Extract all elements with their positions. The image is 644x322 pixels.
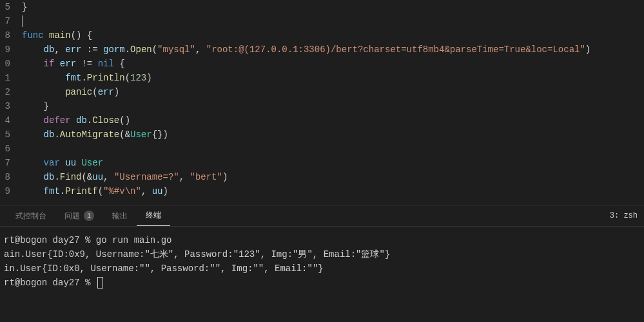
code-token: , [179,172,190,182]
terminal-line: in.User{ID:0x0, Username:"", Password:""… [4,261,640,276]
line-number: 5 [0,128,10,142]
code-token: defer [44,115,71,126]
code-token: err [98,87,114,97]
code-token [22,186,44,196]
problems-count-badge: 1 [84,211,94,221]
terminal-line: rt@bogon day27 % [4,276,640,290]
code-token: Find [60,172,82,182]
line-number: 3 [0,99,10,113]
code-token [22,44,44,55]
line-number: 7 [0,14,10,28]
tab-label: 终端 [146,210,161,221]
code-token: . [54,129,59,140]
code-token [60,158,65,168]
code-token: . [60,186,65,196]
tab-terminal[interactable]: 终端 [137,205,170,226]
code-token: gorm [103,44,125,55]
code-line[interactable]: func main() { [22,28,644,43]
code-content[interactable]: }func main() { db, err := gorm.Open("mys… [13,0,644,205]
terminal-output[interactable]: rt@bogon day27 % go run main.goain.User{… [0,227,644,322]
code-token: main [49,30,71,41]
code-line[interactable]: db.Find(&uu, "Username=?", "bert") [22,170,644,184]
code-token: func [22,30,44,41]
code-line[interactable]: var uu User [22,156,644,170]
code-token: 123 [130,73,146,83]
tab-debug-console[interactable]: 式控制台 [6,205,55,226]
code-line[interactable]: db.AutoMigrate(&User{}) [22,128,644,142]
code-token: db [44,129,55,140]
line-number: 9 [0,184,10,198]
code-token: ) [146,73,151,83]
code-token [22,158,44,168]
code-line[interactable]: panic(err) [22,85,644,99]
code-line[interactable]: fmt.Printf("%#v\n", uu) [22,184,644,198]
line-number: 1 [0,71,10,85]
code-line[interactable]: } [22,99,644,113]
code-token: ( [92,87,97,97]
code-token [22,87,65,97]
tab-label: 输出 [112,211,128,222]
code-token [71,115,76,126]
code-line[interactable] [22,142,644,156]
code-token: () [119,115,130,126]
code-token: if [44,59,55,69]
code-token: Close [92,115,119,126]
code-token [22,129,44,140]
code-token: , [54,44,65,55]
line-number: 7 [0,156,10,170]
line-number: 4 [0,113,10,128]
code-token [44,30,49,41]
code-token: "root:@(127.0.0.1:3306)/bert?charset=utf… [206,44,585,55]
code-token: nil [98,59,114,69]
tab-problems[interactable]: 问题 1 [55,205,103,226]
line-number: 9 [0,43,10,57]
code-line[interactable]: if err != nil { [22,57,644,71]
terminal-cursor [97,277,103,289]
line-number: 5 [0,0,10,14]
line-number: 8 [0,170,10,184]
code-token: "mysql" [157,44,195,55]
code-token: "bert" [190,172,222,182]
code-token: err [65,44,81,55]
code-token: db [44,44,55,55]
code-token: () { [71,30,93,41]
code-token: := [87,44,103,55]
code-token [22,172,44,182]
code-token [22,101,44,111]
editor-cursor [22,15,23,27]
code-line[interactable]: fmt.Println(123) [22,71,644,85]
code-token: Open [130,44,152,55]
code-line[interactable]: defer db.Close() [22,113,644,128]
tab-label: 问题 [64,211,80,222]
code-editor[interactable]: 57890123456789 }func main() { db, err :=… [0,0,644,205]
code-token: {}) [152,129,168,140]
code-token: , [141,186,152,196]
code-token: uu [92,172,103,182]
tab-output[interactable]: 输出 [103,205,137,226]
code-token: Printf [65,186,97,196]
code-token: ( [152,44,157,55]
code-token: uu [152,186,163,196]
terminal-selector[interactable]: 3: zsh [610,211,638,220]
code-token [22,59,44,69]
code-line[interactable]: db, err := gorm.Open("mysql", "root:@(12… [22,43,644,57]
code-token: AutoMigrate [60,129,119,140]
code-token: . [81,73,86,83]
code-token: panic [65,87,92,97]
code-token: } [44,101,49,111]
terminal-selector-label: 3: zsh [610,211,638,220]
code-token: , [195,44,206,55]
code-token: . [125,44,130,55]
code-token: fmt [44,186,60,196]
code-token: db [76,115,87,126]
code-token: User [81,158,103,168]
code-token: db [44,172,55,182]
bottom-panel-tabs: 式控制台 问题 1 输出 终端 3: zsh [0,205,644,227]
code-line[interactable]: } [22,0,644,14]
code-token: . [87,115,92,126]
terminal-line: rt@bogon day27 % go run main.go [4,233,640,247]
code-line[interactable] [22,14,644,28]
code-token: ) [222,172,228,182]
code-token: User [130,129,152,140]
code-token: (& [81,172,92,182]
